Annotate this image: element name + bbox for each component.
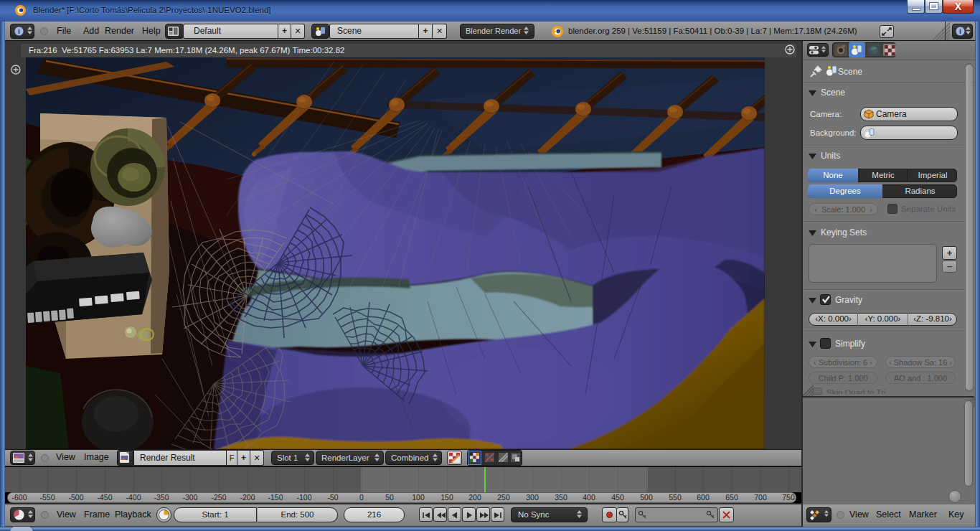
svg-text:i: i — [959, 27, 961, 35]
svg-text:i: i — [18, 27, 20, 35]
